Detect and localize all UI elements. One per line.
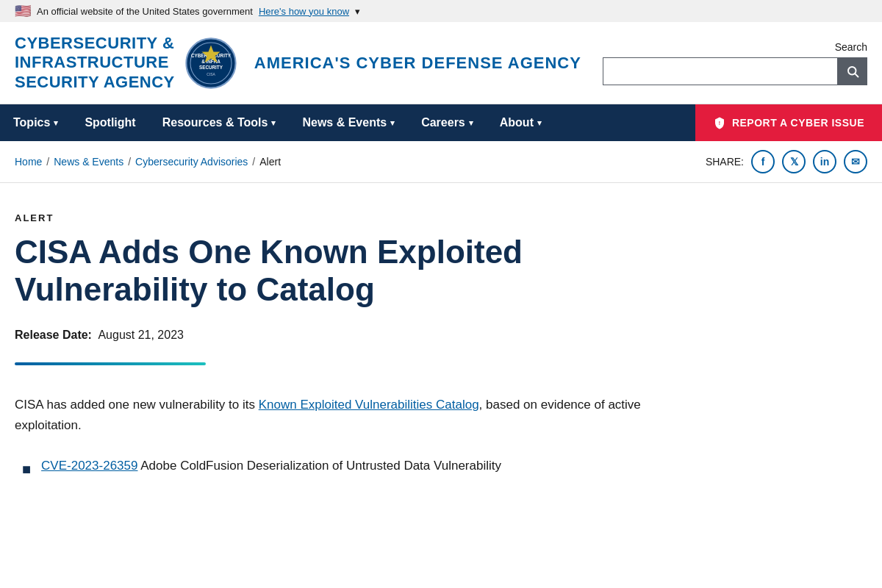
search-label: Search xyxy=(835,41,867,53)
nav-items: Topics ▾ Spotlight Resources & Tools ▾ N… xyxy=(0,104,695,141)
flag-icon: 🇺🇸 xyxy=(15,3,31,19)
nav-label-spotlight: Spotlight xyxy=(85,116,135,129)
gov-banner: 🇺🇸 An official website of the United Sta… xyxy=(0,0,882,22)
main-content: ALERT CISA Adds One Known Exploited Vuln… xyxy=(0,183,662,532)
breadcrumb-advisories[interactable]: Cybersecurity Advisories xyxy=(135,156,248,168)
shield-icon: ! xyxy=(713,116,726,129)
release-date-label: Release Date: xyxy=(15,329,92,341)
chevron-down-icon: ▾ xyxy=(54,118,58,128)
breadcrumb-news-events[interactable]: News & Events xyxy=(54,156,123,168)
search-row xyxy=(603,57,867,85)
nav-item-careers[interactable]: Careers ▾ xyxy=(408,104,487,141)
search-button[interactable] xyxy=(838,57,867,85)
gov-banner-text: An official website of the United States… xyxy=(37,6,253,17)
vuln-description: Adobe ColdFusion Deserialization of Untr… xyxy=(137,459,501,473)
nav-item-spotlight[interactable]: Spotlight xyxy=(71,104,148,141)
main-nav: Topics ▾ Spotlight Resources & Tools ▾ N… xyxy=(0,104,882,141)
share-label: SHARE: xyxy=(706,156,744,168)
body-intro: CISA has added one new vulnerability to … xyxy=(15,398,259,412)
linkedin-share-button[interactable]: in xyxy=(813,150,836,173)
nav-item-news-events[interactable]: News & Events ▾ xyxy=(289,104,408,141)
logo-text: CYBERSECURITY & INFRASTRUCTURE SECURITY … xyxy=(15,34,175,92)
twitter-share-button[interactable]: 𝕏 xyxy=(782,150,806,173)
cisa-seal: CYBERSECURITY & INFRA SECURITY CISA xyxy=(185,37,237,89)
svg-text:CISA: CISA xyxy=(207,72,215,76)
report-button-label: REPORT A CYBER ISSUE xyxy=(732,117,864,129)
nav-label-resources: Resources & Tools xyxy=(162,116,268,129)
chevron-down-icon: ▾ xyxy=(469,118,473,128)
breadcrumb-current: Alert xyxy=(259,156,281,168)
nav-label-topics: Topics xyxy=(13,116,50,129)
svg-text:SECURITY: SECURITY xyxy=(199,65,223,70)
cve-link[interactable]: CVE-2023-26359 xyxy=(41,459,137,473)
release-date-row: Release Date: August 21, 2023 xyxy=(15,329,647,342)
email-share-button[interactable]: ✉ xyxy=(844,150,867,173)
release-date-value: August 21, 2023 xyxy=(98,329,184,341)
search-area: Search xyxy=(603,41,867,85)
share-area: SHARE: f 𝕏 in ✉ xyxy=(706,150,867,173)
nav-item-about[interactable]: About ▾ xyxy=(487,104,555,141)
svg-text:!: ! xyxy=(719,121,721,126)
article-tag: ALERT xyxy=(15,212,647,223)
breadcrumb-home[interactable]: Home xyxy=(15,156,42,168)
breadcrumb-bar: Home / News & Events / Cybersecurity Adv… xyxy=(0,141,882,183)
how-you-know-link[interactable]: Here's how you know xyxy=(259,6,349,17)
breadcrumb: Home / News & Events / Cybersecurity Adv… xyxy=(15,156,281,168)
chevron-down-icon: ▾ xyxy=(390,118,395,128)
nav-item-resources[interactable]: Resources & Tools ▾ xyxy=(149,104,290,141)
report-cyber-issue-button[interactable]: ! REPORT A CYBER ISSUE xyxy=(695,104,882,141)
header: CYBERSECURITY & INFRASTRUCTURE SECURITY … xyxy=(0,22,882,104)
search-input[interactable] xyxy=(603,57,838,85)
nav-item-topics[interactable]: Topics ▾ xyxy=(0,104,71,141)
vulnerability-list: ■ CVE-2023-26359 Adobe ColdFusion Deseri… xyxy=(22,456,647,481)
nav-label-news-events: News & Events xyxy=(302,116,387,129)
bullet-icon: ■ xyxy=(22,457,31,481)
page-title: CISA Adds One Known Exploited Vulnerabil… xyxy=(15,234,647,308)
kev-catalog-link[interactable]: Known Exploited Vulnerabilities Catalog xyxy=(259,398,479,412)
nav-label-about: About xyxy=(500,116,534,129)
body-intro-text: CISA has added one new vulnerability to … xyxy=(15,395,647,434)
list-item: ■ CVE-2023-26359 Adobe ColdFusion Deseri… xyxy=(22,456,647,481)
breadcrumb-sep-3: / xyxy=(252,156,255,168)
breadcrumb-sep-2: / xyxy=(128,156,131,168)
breadcrumb-sep-1: / xyxy=(46,156,49,168)
section-divider xyxy=(15,362,206,365)
logo-area: CYBERSECURITY & INFRASTRUCTURE SECURITY … xyxy=(15,34,581,92)
agency-tagline: AMERICA'S CYBER DEFENSE AGENCY xyxy=(254,54,581,73)
chevron-down-icon: ▾ xyxy=(355,6,360,17)
chevron-down-icon: ▾ xyxy=(537,118,542,128)
svg-text:& INFRA: & INFRA xyxy=(201,59,220,64)
vuln-entry: CVE-2023-26359 Adobe ColdFusion Deserial… xyxy=(41,456,501,476)
nav-label-careers: Careers xyxy=(421,116,465,129)
svg-line-8 xyxy=(855,74,858,76)
facebook-share-button[interactable]: f xyxy=(751,150,775,173)
chevron-down-icon: ▾ xyxy=(271,118,276,128)
search-icon xyxy=(846,65,859,78)
